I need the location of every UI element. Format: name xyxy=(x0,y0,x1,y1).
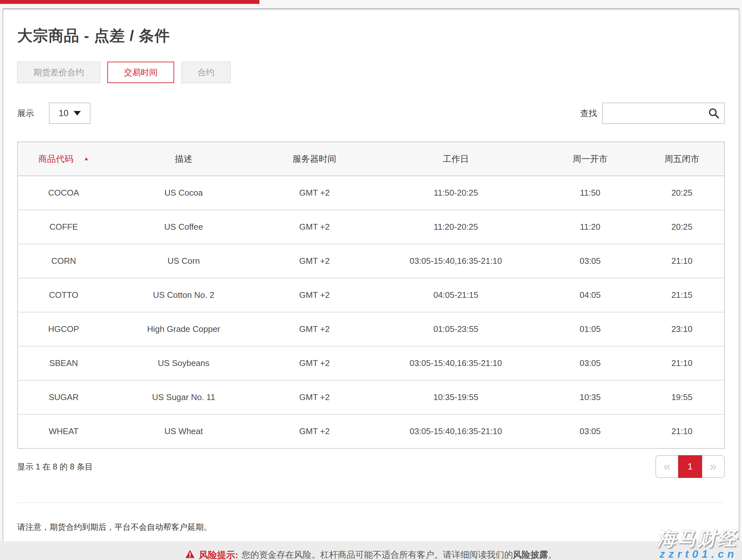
cell-work-day: 04:05-21:15 xyxy=(371,278,541,312)
cell-server-time: GMT +2 xyxy=(258,380,371,414)
cell-server-time: GMT +2 xyxy=(258,346,371,380)
tab-futures-cfd[interactable]: 期货差价合约 xyxy=(17,62,100,83)
cell-friday-close: 23:10 xyxy=(639,312,725,346)
search-icon[interactable] xyxy=(708,107,720,120)
cell-monday-open: 11:50 xyxy=(541,176,639,210)
cell-description: US Sugar No. 11 xyxy=(109,380,258,414)
table-controls: 展示 10 查找 xyxy=(17,103,725,124)
cell-friday-close: 21:15 xyxy=(639,278,725,312)
table-row: SBEANUS SoybeansGMT +203:05-15:40,16:35-… xyxy=(17,346,725,380)
cell-friday-close: 20:25 xyxy=(639,210,725,244)
cell-code: COFFE xyxy=(17,210,109,244)
table-footer: 显示 1 在 8 的 8 条目 « 1 » xyxy=(17,455,725,478)
cell-code: SUGAR xyxy=(17,380,109,414)
column-header-code[interactable]: 商品代码▲ xyxy=(17,142,109,176)
cell-work-day: 10:35-19:55 xyxy=(371,380,541,414)
table-row: CORNUS CornGMT +203:05-15:40,16:35-21:10… xyxy=(17,244,725,278)
pagination: « 1 » xyxy=(655,455,725,478)
pagination-prev-button[interactable]: « xyxy=(655,455,678,478)
search-group: 查找 xyxy=(580,103,725,124)
sort-ascending-icon: ▲ xyxy=(84,156,89,161)
table-row: HGCOPHigh Grade CopperGMT +201:05-23:550… xyxy=(17,312,725,346)
cell-work-day: 11:50-20:25 xyxy=(371,176,541,210)
cell-friday-close: 21:10 xyxy=(639,346,725,380)
cell-code: HGCOP xyxy=(17,312,109,346)
cell-description: US Wheat xyxy=(109,414,258,448)
search-label: 查找 xyxy=(580,108,597,119)
cell-work-day: 01:05-23:55 xyxy=(371,312,541,346)
section-divider xyxy=(17,503,725,503)
cell-code: SBEAN xyxy=(17,346,109,380)
search-input[interactable] xyxy=(602,103,725,124)
risk-warning-bar: 风险提示: 您的资金存在风险。杠杆商品可能不适合所有客户。请详细阅读我们的 风险… xyxy=(0,541,742,560)
entries-info: 显示 1 在 8 的 8 条目 xyxy=(17,461,93,472)
risk-text: 您的资金存在风险。杠杆商品可能不适合所有客户。请详细阅读我们的 xyxy=(242,549,513,560)
cell-work-day: 03:05-15:40,16:35-21:10 xyxy=(371,346,541,380)
cell-description: US Coffee xyxy=(109,210,258,244)
pagination-next-button[interactable]: » xyxy=(702,455,725,478)
cell-server-time: GMT +2 xyxy=(258,244,371,278)
cell-monday-open: 03:05 xyxy=(541,346,639,380)
cell-monday-open: 01:05 xyxy=(541,312,639,346)
column-header-monday-open[interactable]: 周一开市 xyxy=(541,142,639,176)
page-load-progress-bar xyxy=(0,0,259,4)
page-title: 大宗商品 - 点差 / 条件 xyxy=(17,26,725,46)
cell-friday-close: 19:55 xyxy=(639,380,725,414)
table-row: COCOAUS CocoaGMT +211:50-20:2511:5020:25 xyxy=(17,176,725,210)
cell-friday-close: 20:25 xyxy=(639,176,725,210)
cell-description: High Grade Copper xyxy=(109,312,258,346)
tab-trading-hours[interactable]: 交易时间 xyxy=(107,62,174,83)
risk-label: 风险提示: xyxy=(199,549,238,560)
cell-code: COCOA xyxy=(17,176,109,210)
page-size-value: 10 xyxy=(59,108,68,118)
cell-server-time: GMT +2 xyxy=(258,278,371,312)
column-header-work-day[interactable]: 工作日 xyxy=(371,142,541,176)
cell-friday-close: 21:10 xyxy=(639,414,725,448)
page-size-group: 展示 10 xyxy=(17,103,91,124)
cell-monday-open: 11:20 xyxy=(541,210,639,244)
cell-monday-open: 03:05 xyxy=(541,244,639,278)
tab-contracts[interactable]: 合约 xyxy=(181,62,230,83)
column-header-server-time[interactable]: 服务器时间 xyxy=(258,142,371,176)
cell-work-day: 03:05-15:40,16:35-21:10 xyxy=(371,414,541,448)
cell-monday-open: 10:35 xyxy=(541,380,639,414)
trading-hours-table: 商品代码▲描述服务器时间工作日周一开市周五闭市 COCOAUS CocoaGMT… xyxy=(17,142,725,449)
cell-code: COTTO xyxy=(17,278,109,312)
cell-server-time: GMT +2 xyxy=(258,414,371,448)
futures-expiry-note: 请注意，期货合约到期后，平台不会自动帮客户延期。 xyxy=(17,522,725,532)
table-row: COTTOUS Cotton No. 2GMT +204:05-21:1504:… xyxy=(17,278,725,312)
cell-server-time: GMT +2 xyxy=(258,176,371,210)
cell-description: US Soybeans xyxy=(109,346,258,380)
cell-work-day: 03:05-15:40,16:35-21:10 xyxy=(371,244,541,278)
main-panel: 大宗商品 - 点差 / 条件 期货差价合约交易时间合约 展示 10 查找 xyxy=(3,8,739,541)
cell-work-day: 11:20-20:25 xyxy=(371,210,541,244)
cell-description: US Cocoa xyxy=(109,176,258,210)
cell-server-time: GMT +2 xyxy=(258,210,371,244)
cell-server-time: GMT +2 xyxy=(258,312,371,346)
cell-code: CORN xyxy=(17,244,109,278)
table-body: COCOAUS CocoaGMT +211:50-20:2511:5020:25… xyxy=(17,176,725,448)
cell-monday-open: 03:05 xyxy=(541,414,639,448)
risk-disclosure-link[interactable]: 风险披露 xyxy=(513,549,548,560)
cell-description: US Corn xyxy=(109,244,258,278)
tab-bar: 期货差价合约交易时间合约 xyxy=(17,62,725,83)
cell-friday-close: 21:10 xyxy=(639,244,725,278)
page-size-select[interactable]: 10 xyxy=(49,103,91,124)
cell-description: US Cotton No. 2 xyxy=(109,278,258,312)
table-row: WHEATUS WheatGMT +203:05-15:40,16:35-21:… xyxy=(17,414,725,448)
table-row: SUGARUS Sugar No. 11GMT +210:35-19:5510:… xyxy=(17,380,725,414)
cell-code: WHEAT xyxy=(17,414,109,448)
chevron-down-icon xyxy=(73,111,81,115)
warning-icon xyxy=(185,550,195,560)
column-header-description[interactable]: 描述 xyxy=(109,142,258,176)
cell-monday-open: 04:05 xyxy=(541,278,639,312)
table-row: COFFEUS CoffeeGMT +211:20-20:2511:2020:2… xyxy=(17,210,725,244)
table-header-row: 商品代码▲描述服务器时间工作日周一开市周五闭市 xyxy=(17,142,725,176)
pagination-page-1-button[interactable]: 1 xyxy=(678,455,702,478)
risk-text-suffix: 。 xyxy=(548,549,557,560)
column-header-friday-close[interactable]: 周五闭市 xyxy=(639,142,725,176)
search-field-wrap xyxy=(602,103,725,124)
show-label: 展示 xyxy=(17,108,34,119)
